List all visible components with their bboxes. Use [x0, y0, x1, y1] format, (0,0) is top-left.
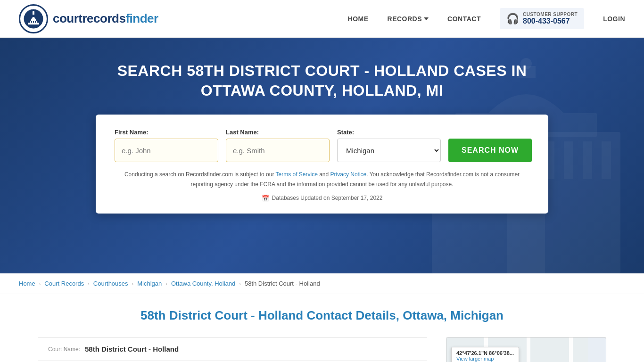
hero-section: SEARCH 58TH DISTRICT COURT - HOLLAND CAS… — [0, 38, 644, 273]
svg-rect-22 — [507, 207, 545, 273]
hero-title: SEARCH 58TH DISTRICT COURT - HOLLAND CAS… — [96, 61, 548, 100]
terms-text: Conducting a search on Recordsfinder.com… — [115, 170, 529, 189]
last-name-group: Last Name: — [226, 129, 330, 162]
breadcrumb-sep-2: › — [88, 281, 90, 287]
details-map-row: Court Name: 58th District Court - Hollan… — [38, 337, 606, 362]
map-area: 42°47'26.1"N 86°06'38... View larger map… — [446, 337, 606, 362]
section-title: 58th District Court - Holland Contact De… — [38, 308, 606, 323]
search-box: First Name: Last Name: State: AlabamaAla… — [96, 115, 548, 214]
map-container[interactable]: 42°47'26.1"N 86°06'38... View larger map… — [446, 337, 606, 362]
logo-text: courtrecordsfinder — [53, 11, 158, 26]
view-larger-map-link[interactable]: View larger map — [456, 356, 494, 362]
svg-rect-5 — [29, 21, 30, 23]
main-nav: HOME RECORDS CONTACT 🎧 CUSTOMER SUPPORT … — [348, 8, 625, 29]
breadcrumb-sep-5: › — [239, 281, 241, 287]
svg-rect-8 — [35, 21, 36, 23]
court-name-label: Court Name: — [38, 346, 80, 353]
logo-icon — [19, 4, 48, 33]
support-number: 800-433-0567 — [523, 17, 578, 25]
terms-of-service-link[interactable]: Terms of Service — [276, 171, 318, 178]
svg-rect-28 — [527, 337, 530, 362]
hero-content: SEARCH 58TH DISTRICT COURT - HOLLAND CAS… — [9, 61, 635, 214]
breadcrumb-sep-3: › — [132, 281, 134, 287]
breadcrumb-sep-4: › — [165, 281, 167, 287]
court-name-row: Court Name: 58th District Court - Hollan… — [38, 337, 427, 361]
state-label: State: — [337, 129, 441, 136]
chevron-down-icon — [424, 17, 429, 20]
svg-point-4 — [33, 11, 34, 13]
privacy-notice-link[interactable]: Privacy Notice — [330, 171, 367, 178]
breadcrumb-current: 58th District Court - Holland — [245, 280, 320, 287]
main-content: 58th District Court - Holland Contact De… — [0, 294, 644, 362]
map-popup: 42°47'26.1"N 86°06'38... View larger map — [451, 347, 519, 362]
details-table: Court Name: 58th District Court - Hollan… — [38, 337, 427, 362]
nav-contact[interactable]: CONTACT — [447, 15, 481, 23]
calendar-icon: 📅 — [262, 195, 269, 202]
breadcrumb-court-records[interactable]: Court Records — [44, 280, 84, 287]
breadcrumb-courthouses[interactable]: Courthouses — [93, 280, 128, 287]
nav-records[interactable]: RECORDS — [388, 15, 429, 23]
state-select[interactable]: AlabamaAlaskaArizonaArkansasCaliforniaCo… — [337, 139, 441, 162]
court-name-value: 58th District Court - Holland — [85, 345, 179, 353]
breadcrumb-sep-1: › — [39, 281, 41, 287]
svg-rect-29 — [569, 337, 573, 362]
breadcrumb: Home › Court Records › Courthouses › Mic… — [0, 273, 644, 294]
search-button[interactable]: SEARCH NOW — [448, 139, 532, 162]
svg-rect-1 — [28, 23, 39, 25]
svg-rect-6 — [31, 21, 32, 23]
nav-login[interactable]: LOGIN — [603, 15, 625, 23]
first-name-input[interactable] — [115, 139, 218, 162]
site-header: courtrecordsfinder HOME RECORDS CONTACT … — [0, 0, 644, 38]
support-label: CUSTOMER SUPPORT — [523, 12, 578, 17]
first-name-group: First Name: — [115, 129, 218, 162]
first-name-label: First Name: — [115, 129, 218, 136]
state-group: State: AlabamaAlaskaArizonaArkansasCalif… — [337, 129, 441, 162]
last-name-label: Last Name: — [226, 129, 330, 136]
headset-icon: 🎧 — [506, 13, 519, 25]
support-text: CUSTOMER SUPPORT 800-433-0567 — [523, 12, 578, 25]
svg-rect-7 — [33, 21, 34, 23]
breadcrumb-ottawa[interactable]: Ottawa County, Holland — [171, 280, 235, 287]
map-coords: 42°47'26.1"N 86°06'38... — [456, 350, 514, 356]
breadcrumb-home[interactable]: Home — [19, 280, 35, 287]
last-name-input[interactable] — [226, 139, 330, 162]
breadcrumb-michigan[interactable]: Michigan — [137, 280, 162, 287]
support-box[interactable]: 🎧 CUSTOMER SUPPORT 800-433-0567 — [500, 8, 584, 29]
logo-area[interactable]: courtrecordsfinder — [19, 4, 158, 33]
nav-home[interactable]: HOME — [348, 15, 369, 23]
svg-rect-9 — [37, 21, 38, 23]
search-fields: First Name: Last Name: State: AlabamaAla… — [115, 129, 529, 162]
db-updated: 📅 Databases Updated on September 17, 202… — [115, 195, 529, 202]
